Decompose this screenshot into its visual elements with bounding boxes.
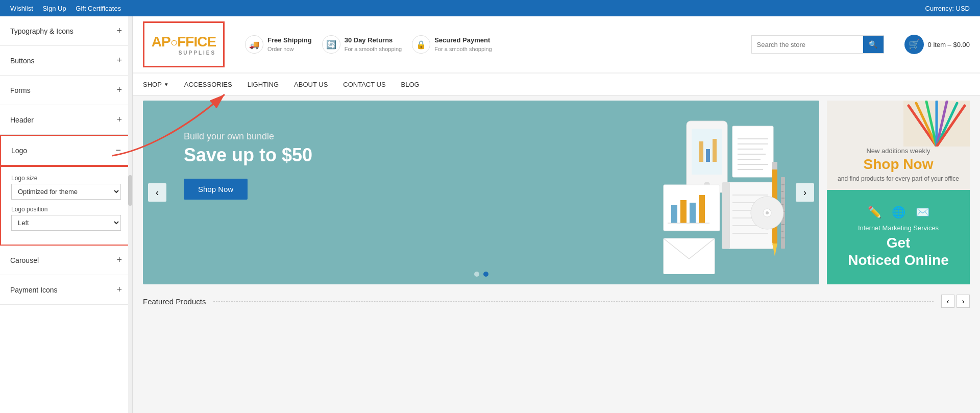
panel-new-additions: New additions weekly Shop Now and find p… [827, 101, 970, 190]
sidebar-label-header: Header [10, 116, 34, 124]
search-input[interactable] [752, 36, 863, 53]
pencils-illustration [903, 101, 970, 147]
returns-sub: For a smooth shopping [345, 46, 402, 52]
sidebar-item-typography[interactable]: Typography & Icons + [0, 16, 132, 46]
logo-size-field: Logo size Optimized for theme Custom siz… [11, 175, 121, 200]
collapse-icon-logo: − [115, 145, 121, 156]
free-shipping-title: Free Shipping [267, 36, 312, 44]
sidebar-item-payment[interactable]: Payment Icons + [0, 275, 132, 305]
carousel-shop-now-button[interactable]: Shop Now [184, 179, 248, 200]
store-header: AP○FFICE SUPPLIES 🚚 Free Shipping Order … [133, 16, 980, 73]
svg-rect-5 [713, 139, 717, 162]
logo-settings-panel: Logo size Optimized for theme Custom siz… [0, 166, 132, 246]
svg-point-44 [766, 211, 769, 214]
svg-rect-3 [699, 141, 703, 162]
nav-accessories[interactable]: ACCESSORIES [184, 75, 232, 94]
cart-area[interactable]: 🛒 0 item – $0.00 [904, 35, 970, 54]
logo-size-select[interactable]: Optimized for theme Custom size [11, 184, 121, 200]
truck-icon: 🚚 [245, 35, 263, 54]
payment-item: 🔒 Secured Payment For a smooth shopping [412, 35, 492, 54]
carousel: ‹ Build your own bundle Save up to $50 S… [143, 101, 819, 284]
logo-size-label: Logo size [11, 175, 121, 182]
sidebar-item-header[interactable]: Header + [0, 105, 132, 135]
sidebar-label-typography: Typography & Icons [10, 27, 74, 35]
expand-icon-forms: + [116, 85, 122, 95]
marketing-label: Internet Marketing Services [858, 224, 939, 232]
carousel-content: Build your own bundle Save up to $50 Sho… [184, 131, 312, 200]
gift-cert-link[interactable]: Gift Certificates [76, 5, 121, 12]
svg-rect-4 [706, 149, 710, 162]
panel-internet-marketing: ✏️ 🌐 ✉️ Internet Marketing Services Get … [827, 190, 970, 284]
returns-title: 30 Day Returns [345, 36, 402, 44]
globe-icon: 🌐 [892, 206, 905, 219]
carousel-next-button[interactable]: › [796, 183, 814, 202]
nav-lighting[interactable]: LIGHTING [248, 75, 279, 94]
currency-selector[interactable]: Currency: USD [925, 5, 970, 12]
sidebar-item-logo[interactable]: Logo − [0, 135, 132, 166]
sidebar-item-forms[interactable]: Forms + [0, 76, 132, 105]
header-info-bar: 🚚 Free Shipping Order now 🔄 30 Day Retur… [235, 35, 741, 54]
svg-rect-23 [671, 205, 677, 223]
cart-text: 0 item – $0.00 [928, 41, 970, 48]
logo-part-o: ○ [170, 35, 178, 49]
featured-divider [213, 301, 934, 302]
free-shipping-text: Free Shipping Order now [267, 36, 312, 53]
main-content: AP○FFICE SUPPLIES 🚚 Free Shipping Order … [133, 16, 980, 413]
logo-position-label: Logo position [11, 206, 121, 213]
wishlist-link[interactable]: Wishlist [10, 5, 33, 12]
sidebar-label-carousel: Carousel [10, 256, 39, 264]
returns-icon: 🔄 [322, 35, 340, 54]
logo-part-ap: AP [152, 34, 170, 50]
featured-title: Featured Products [143, 297, 206, 306]
email-icon: ✉️ [916, 206, 929, 219]
shop-dropdown-icon: ▼ [164, 82, 169, 87]
body-content: ‹ Build your own bundle Save up to $50 S… [133, 95, 980, 289]
svg-rect-31 [772, 162, 777, 169]
returns-text: 30 Day Returns For a smooth shopping [345, 36, 402, 53]
payment-title: Secured Payment [434, 36, 492, 44]
sidebar: Typography & Icons + Buttons + Forms + H… [0, 16, 133, 413]
lock-icon: 🔒 [412, 35, 430, 54]
carousel-dots [474, 272, 488, 277]
svg-rect-15 [722, 182, 730, 249]
search-bar[interactable]: 🔍 [751, 35, 884, 54]
expand-icon-typography: + [116, 26, 122, 36]
sidebar-item-carousel[interactable]: Carousel + [0, 246, 132, 275]
svg-marker-30 [772, 244, 777, 256]
nav-contact[interactable]: CONTACT US [343, 75, 385, 94]
sidebar-scrollbar[interactable] [128, 16, 132, 413]
store-logo: AP○FFICE SUPPLIES [143, 21, 225, 67]
sidebar-label-forms: Forms [10, 86, 31, 94]
cart-icon[interactable]: 🛒 [904, 35, 924, 54]
svg-rect-28 [664, 238, 715, 274]
carousel-title: Save up to $50 [184, 144, 312, 166]
featured-next-button[interactable]: › [957, 295, 970, 308]
carousel-dot-0[interactable] [474, 272, 479, 277]
panel-top-sub: and find products for every part of your… [838, 175, 959, 182]
free-shipping-sub: Order now [267, 46, 293, 52]
logo-position-select[interactable]: Left Center Right [11, 215, 121, 231]
carousel-dot-1[interactable] [483, 272, 488, 277]
top-bar-links[interactable]: Wishlist Sign Up Gift Certificates [10, 5, 129, 12]
nav-about[interactable]: ABOUT US [294, 75, 328, 94]
nav-shop[interactable]: SHOP ▼ [143, 75, 169, 94]
logo-supplies: SUPPLIES [152, 50, 216, 56]
panel-shop-now: Shop Now [864, 156, 934, 173]
sidebar-scroll-thumb [128, 175, 132, 206]
featured-prev-button[interactable]: ‹ [941, 295, 954, 308]
noticed-headline: Get Noticed Online [848, 234, 949, 269]
featured-nav: ‹ › [941, 295, 970, 308]
expand-icon-carousel: + [116, 255, 122, 265]
edit-icon: ✏️ [868, 206, 881, 219]
signup-link[interactable]: Sign Up [42, 5, 66, 12]
carousel-prev-button[interactable]: ‹ [148, 183, 166, 202]
search-button[interactable]: 🔍 [863, 36, 884, 53]
carousel-subtitle: Build your own bundle [184, 131, 312, 142]
sidebar-label-buttons: Buttons [10, 57, 34, 65]
svg-rect-26 [699, 195, 705, 223]
sidebar-item-buttons[interactable]: Buttons + [0, 46, 132, 76]
sidebar-label-payment: Payment Icons [10, 286, 58, 294]
nav-blog[interactable]: BLOG [401, 75, 420, 94]
svg-rect-24 [680, 200, 687, 223]
expand-icon-payment: + [116, 284, 122, 295]
